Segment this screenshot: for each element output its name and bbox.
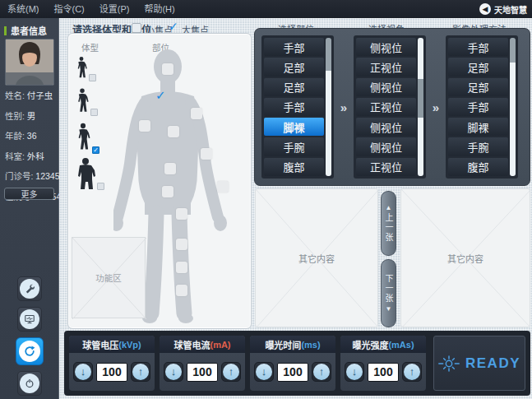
tube-voltage-increase-button[interactable]: ↑ (131, 362, 150, 382)
monitor-tool-button[interactable] (17, 307, 42, 332)
exposure-time-value-input[interactable] (277, 363, 308, 382)
body-pad-chest[interactable] (168, 126, 179, 137)
patient-age-row: 年龄: 36 (5, 129, 61, 142)
body-type-slim[interactable] (75, 85, 90, 116)
tube-current-value-input[interactable] (187, 363, 218, 382)
part-item[interactable]: 腹部 (264, 158, 324, 176)
menu-command[interactable]: 指令(C) (47, 0, 92, 18)
exposure-intensity-label: 曝光强度(mAs) (340, 336, 426, 353)
part-item[interactable]: 足部 (264, 78, 324, 96)
part-item-selected[interactable]: 脚裸 (264, 118, 324, 136)
view-item[interactable]: 侧视位 (356, 118, 416, 136)
power-icon (20, 373, 39, 393)
body-type-child[interactable] (75, 53, 88, 81)
selected-part-checkmark: ✓ (155, 88, 166, 103)
menu-help[interactable]: 帮助(H) (136, 0, 182, 18)
body-type-heavy-checkbox[interactable] (97, 183, 104, 190)
body-selection-panel: 体型 部位 ✓ (67, 33, 252, 329)
exposure-time-increase-button[interactable]: ↑ (312, 362, 331, 382)
process-item[interactable]: 手部 (448, 38, 508, 56)
down-arrow-icon: ↓ (346, 364, 363, 380)
process-list-scrollbar[interactable] (510, 38, 516, 176)
next-image-button[interactable]: 下一张 ▼ (381, 259, 396, 327)
body-pad-right-shin[interactable] (176, 262, 187, 273)
part-item[interactable]: 足部 (264, 58, 324, 76)
view-item[interactable]: 正视位 (356, 158, 416, 176)
view-item[interactable]: 正视位 (356, 58, 416, 76)
tube-voltage-decrease-button[interactable]: ↓ (73, 362, 93, 382)
small-focus-checkbox[interactable] (132, 23, 141, 33)
up-arrow-icon: ↑ (132, 364, 149, 380)
patient-info-title: 患者信息 (11, 24, 47, 37)
body-pad-right-hand[interactable] (217, 181, 229, 193)
large-focus-checkbox-checked[interactable]: ✓ (169, 20, 178, 33)
menu-bar: 系统(M) 指令(C) 设置(P) 帮助(H) ◀ 天地智慧 (0, 0, 532, 18)
view-item[interactable]: 侧视位 (356, 78, 416, 96)
preview-right-placeholder: 其它内容 (400, 188, 530, 327)
refresh-tool-button[interactable] (16, 337, 44, 365)
exposure-intensity-value-input[interactable] (368, 363, 399, 382)
body-type-heavy[interactable] (75, 157, 96, 190)
chevron-right-icon: » (426, 100, 446, 114)
body-pad-pelvis[interactable] (162, 186, 173, 197)
ready-button[interactable]: READY (433, 336, 525, 391)
wrench-tool-button[interactable] (17, 276, 42, 301)
body-type-slim-checkbox[interactable] (90, 109, 98, 116)
process-item[interactable]: 足部 (448, 78, 508, 96)
part-item[interactable]: 手腕 (264, 137, 324, 155)
tube-voltage-group: 球管电压(kVp) ↓ ↑ (69, 336, 155, 391)
body-pad-right-knee[interactable] (176, 239, 187, 250)
tube-voltage-label: 球管电压(kVp) (69, 336, 155, 353)
exposure-time-group: 曝光时间(ms) ↓ ↑ (250, 336, 335, 391)
menu-settings[interactable]: 设置(P) (92, 0, 137, 18)
body-pad-right-forearm[interactable] (201, 148, 212, 160)
sidebar-tool-buttons (0, 276, 59, 396)
process-item[interactable]: 腹部 (448, 158, 508, 176)
preview-left-placeholder: 其它内容 (255, 188, 378, 327)
body-pad-right-thigh[interactable] (176, 208, 187, 220)
tube-voltage-value-input[interactable] (96, 363, 127, 382)
patient-department-row: 科室: 外科 (5, 150, 61, 162)
tube-current-increase-button[interactable]: ↑ (221, 362, 241, 382)
up-arrow-icon: ↑ (223, 364, 239, 380)
exposure-intensity-decrease-button[interactable]: ↓ (345, 362, 364, 382)
view-list: 侧视位 正视位 侧视位 正视位 侧视位 侧视位 正视位 (354, 35, 426, 179)
previous-image-button[interactable]: ▲ 上一张 (381, 191, 396, 256)
body-type-normal[interactable]: ✓ (75, 119, 91, 154)
up-arrow-icon: ▲ (386, 204, 392, 211)
body-type-normal-checkbox-checked[interactable]: ✓ (92, 146, 99, 154)
sun-ready-icon (438, 353, 460, 374)
part-item[interactable]: 手部 (264, 38, 324, 56)
power-tool-button[interactable] (17, 371, 42, 396)
more-button[interactable]: 更多 (4, 188, 54, 200)
exposure-intensity-increase-button[interactable]: ↑ (402, 362, 422, 382)
refresh-icon (19, 341, 40, 362)
process-item[interactable]: 手部 (448, 98, 508, 116)
down-arrow-icon: ▼ (386, 305, 392, 313)
patient-name-row: 姓名: 付子虫 (5, 89, 61, 101)
process-item[interactable]: 足部 (448, 58, 508, 76)
body-pad-right-shoulder[interactable] (191, 108, 202, 119)
green-accent-bar (4, 26, 7, 35)
process-item[interactable]: 脚裸 (448, 118, 508, 136)
body-type-header: 体型 (81, 41, 99, 53)
patient-gender-row: 性别: 男 (5, 109, 61, 122)
part-list-scrollbar[interactable] (326, 38, 331, 176)
body-pad-head[interactable] (162, 63, 173, 75)
tube-current-decrease-button[interactable]: ↓ (164, 362, 183, 382)
part-item[interactable]: 手部 (264, 98, 324, 116)
body-pad-right-ankle[interactable] (176, 285, 187, 296)
brand-logo: ◀ 天地智慧 (479, 0, 527, 18)
view-list-scrollbar[interactable] (418, 38, 423, 176)
view-item[interactable]: 侧视位 (356, 137, 416, 155)
up-arrow-icon: ↑ (404, 364, 420, 380)
body-pad-abdomen[interactable] (164, 163, 176, 174)
tube-current-group: 球管电流(mA) ↓ ↑ (160, 336, 245, 391)
exposure-time-decrease-button[interactable]: ↓ (254, 362, 274, 382)
process-item[interactable]: 手腕 (448, 137, 508, 155)
body-type-child-checkbox[interactable] (89, 74, 96, 81)
menu-system[interactable]: 系统(M) (0, 0, 47, 18)
view-item[interactable]: 正视位 (356, 98, 416, 116)
view-item[interactable]: 侧视位 (356, 38, 416, 56)
body-pad-left-arm[interactable] (139, 120, 150, 132)
